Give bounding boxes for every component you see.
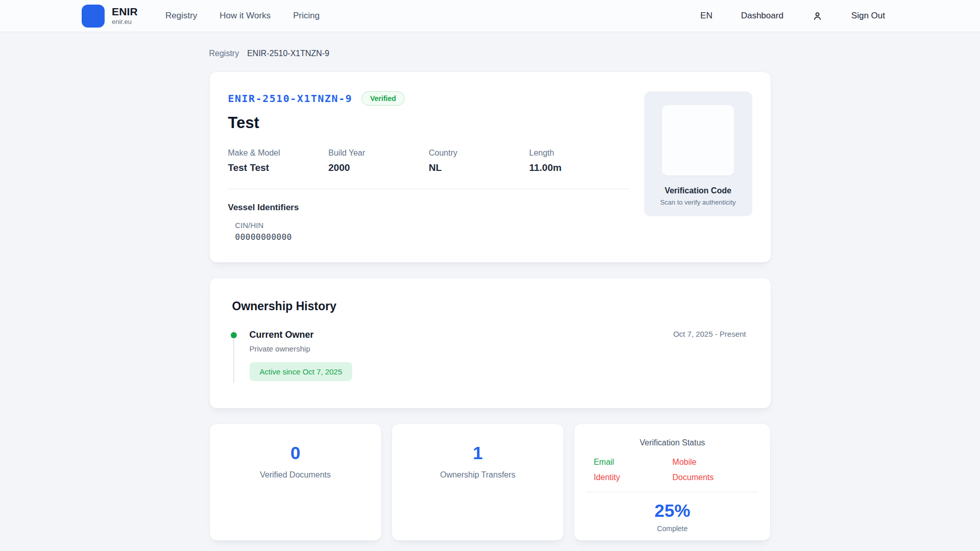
stats-row: 0 Verified Documents 1 Ownership Transfe…	[209, 423, 771, 541]
sign-out-button[interactable]: Sign Out	[851, 11, 885, 21]
detail-value: Test Test	[228, 162, 329, 173]
ownership-entry-header: Current Owner Oct 7, 2025 - Present	[250, 330, 748, 340]
vessel-detail-card: ENIR-2510-X1TNZN-9 Verified Test Make & …	[209, 71, 771, 263]
status-email: Email	[594, 458, 672, 467]
breadcrumb-registry-link[interactable]: Registry	[209, 49, 239, 58]
main-nav: Registry How it Works Pricing	[165, 11, 320, 21]
status-documents: Documents	[672, 473, 751, 482]
owner-role: Current Owner	[250, 330, 314, 340]
nav-link-pricing[interactable]: Pricing	[293, 11, 320, 21]
ownership-history-heading: Ownership History	[232, 299, 748, 313]
registry-code: ENIR-2510-X1TNZN-9	[228, 92, 353, 105]
detail-country: Country NL	[429, 148, 529, 173]
status-identity: Identity	[594, 473, 672, 482]
verification-percent-label: Complete	[586, 524, 758, 533]
vessel-info: ENIR-2510-X1TNZN-9 Verified Test Make & …	[228, 91, 630, 242]
section-divider	[228, 189, 630, 189]
detail-value: 2000	[328, 162, 429, 173]
detail-value: NL	[429, 162, 529, 173]
detail-label: Country	[429, 148, 529, 158]
verification-status-card: Verification Status Email Mobile Identit…	[574, 423, 771, 541]
verified-documents-count: 0	[210, 443, 381, 463]
detail-length: Length 11.00m	[529, 148, 630, 173]
verification-status-heading: Verification Status	[586, 438, 758, 447]
detail-label: Length	[529, 148, 630, 158]
brand-name: ENIR	[112, 6, 138, 18]
ownership-transfers-count: 1	[392, 443, 564, 463]
detail-build-year: Build Year 2000	[328, 148, 429, 173]
identifier-label: CIN/HIN	[235, 221, 630, 230]
nav-right-group: EN Dashboard Sign Out	[700, 11, 885, 21]
verified-documents-stat-card: 0 Verified Documents	[209, 423, 382, 541]
verification-code-subtitle: Scan to verify authenticity	[660, 198, 736, 206]
detail-make-model: Make & Model Test Test	[228, 148, 329, 173]
verified-documents-label: Verified Documents	[210, 470, 381, 480]
page-content: Registry ENIR-2510-X1TNZN-9 ENIR-2510-X1…	[209, 49, 771, 541]
verification-status-grid: Email Mobile Identity Documents	[586, 458, 758, 482]
user-account-button[interactable]	[812, 11, 823, 21]
ownership-history-card: Ownership History Current Owner Oct 7, 2…	[209, 278, 771, 409]
nav-link-registry[interactable]: Registry	[165, 11, 197, 21]
identifier-value: 00000000000	[235, 232, 630, 242]
brand-logo[interactable]: ENIR enir.eu	[82, 5, 138, 28]
language-selector[interactable]: EN	[700, 11, 713, 21]
top-navbar: ENIR enir.eu Registry How it Works Prici…	[0, 0, 980, 32]
ownership-transfers-stat-card: 1 Ownership Transfers	[391, 423, 564, 541]
vessel-identifiers-heading: Vessel Identifiers	[228, 203, 630, 213]
ownership-period: Oct 7, 2025 - Present	[673, 330, 748, 338]
enir-logo-icon	[82, 5, 105, 28]
verification-code-title: Verification Code	[665, 186, 731, 195]
breadcrumb: Registry ENIR-2510-X1TNZN-9	[209, 49, 771, 58]
ownership-transfers-label: Ownership Transfers	[392, 470, 564, 480]
brand-text: ENIR enir.eu	[112, 6, 138, 26]
nav-link-how-it-works[interactable]: How it Works	[219, 11, 271, 21]
detail-label: Build Year	[328, 148, 429, 158]
user-icon	[812, 11, 823, 21]
detail-label: Make & Model	[228, 148, 329, 158]
ownership-timeline-entry: Current Owner Oct 7, 2025 - Present Priv…	[233, 330, 748, 383]
breadcrumb-current-item: ENIR-2510-X1TNZN-9	[247, 49, 329, 58]
detail-value: 11.00m	[529, 162, 630, 173]
verification-percent: 25%	[586, 500, 758, 521]
status-mobile: Mobile	[672, 458, 751, 467]
ownership-type: Private ownership	[250, 344, 748, 353]
vessel-name-title: Test	[228, 114, 630, 132]
brand-domain: enir.eu	[112, 18, 138, 26]
verified-status-badge: Verified	[361, 91, 405, 106]
verification-code-panel: Verification Code Scan to verify authent…	[644, 91, 752, 216]
registry-code-row: ENIR-2510-X1TNZN-9 Verified	[228, 91, 630, 106]
active-owner-dot-icon	[231, 332, 237, 338]
status-divider	[586, 492, 758, 492]
qr-code-image	[662, 105, 734, 176]
identifier-item: CIN/HIN 00000000000	[228, 221, 630, 242]
active-since-badge: Active since Oct 7, 2025	[250, 362, 353, 381]
nav-link-dashboard[interactable]: Dashboard	[741, 11, 783, 21]
vessel-detail-grid: Make & Model Test Test Build Year 2000 C…	[228, 148, 630, 173]
